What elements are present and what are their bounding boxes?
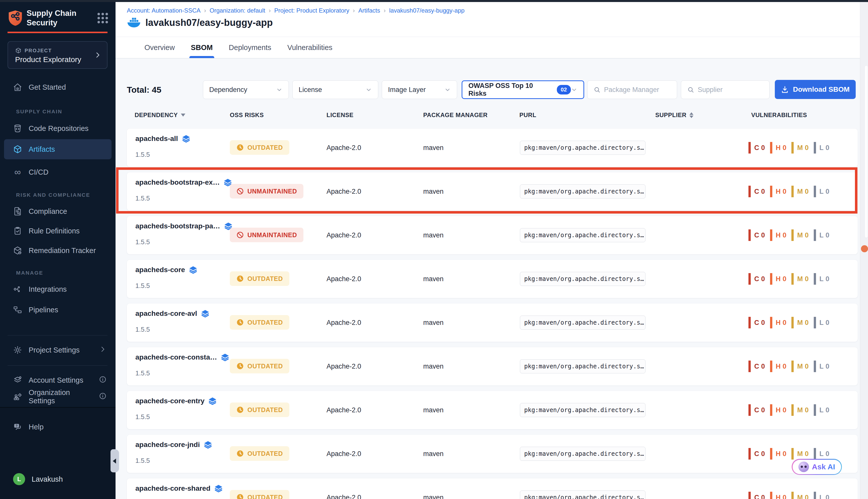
column-header-supplier[interactable]: SUPPLIER (655, 112, 693, 119)
document-search-icon (13, 207, 22, 216)
tab-overview[interactable]: Overview (145, 37, 175, 58)
risk-label: OUTDATED (247, 363, 283, 370)
sidebar-item-pipelines[interactable]: Pipelines (4, 302, 112, 318)
medium-count: M0 (791, 448, 809, 460)
column-header-license: LICENSE (326, 112, 354, 119)
dependency-row[interactable]: apacheds-bootstrap-ex… 1.5.5 UNMAINTAINE… (127, 172, 858, 210)
high-count: H0 (770, 142, 786, 154)
package-manager-search-input[interactable]: Package Manager (587, 81, 677, 99)
dependency-row[interactable]: apacheds-bootstrap-pa… 1.5.5 UNMAINTAINE… (127, 216, 858, 254)
severity-bar (791, 186, 794, 197)
purl-value: pkg:maven/org.apache.directory.s… (524, 406, 644, 414)
dependency-name: apacheds-bootstrap-pa… (135, 222, 220, 230)
dependency-version: 1.5.5 (135, 413, 150, 421)
purl-chip[interactable]: pkg:maven/org.apache.directory.s… (520, 184, 645, 198)
sidebar-item-project-settings[interactable]: Project Settings (4, 342, 112, 358)
vulnerability-counts: C0 H0 M0 L0 (748, 186, 829, 197)
purl-chip[interactable]: pkg:maven/org.apache.directory.s… (520, 272, 645, 286)
license-cell: Apache-2.0 (326, 435, 361, 473)
low-count: L0 (814, 361, 830, 372)
scrollbar-thumb[interactable] (865, 65, 868, 238)
dependency-row[interactable]: apacheds-all 1.5.5 OUTDATED Apache-2.0 m… (127, 129, 858, 167)
sidebar-item-rule-definitions[interactable]: Rule Definitions (4, 223, 112, 239)
purl-chip[interactable]: pkg:maven/org.apache.directory.s… (520, 359, 645, 373)
sidebar-item-artifacts[interactable]: Artifacts (4, 139, 112, 159)
tab-sbom[interactable]: SBOM (191, 37, 213, 58)
purl-chip[interactable]: pkg:maven/org.apache.directory.s… (520, 228, 645, 242)
severity-bar (791, 142, 794, 154)
purl-chip[interactable]: pkg:maven/org.apache.directory.s… (520, 447, 645, 461)
sidebar-item-cicd[interactable]: ∞ CI/CD (4, 164, 112, 180)
user-menu[interactable]: L Lavakush (4, 471, 112, 487)
risk-label: UNMAINTAINED (247, 231, 297, 239)
project-selector[interactable]: PROJECT Product Exploratory (8, 41, 108, 69)
sidebar-collapse-handle[interactable] (111, 449, 119, 472)
dependency-filter-select[interactable]: Dependency (203, 81, 289, 99)
purl-chip[interactable]: pkg:maven/org.apache.directory.s… (520, 403, 645, 417)
sidebar-item-get-started[interactable]: Get Started (4, 79, 112, 96)
medium-count: M0 (791, 273, 809, 285)
breadcrumb-organization[interactable]: Organization: default (210, 7, 265, 14)
sidebar-item-account-settings[interactable]: Account Settings (4, 372, 112, 388)
purl-chip[interactable]: pkg:maven/org.apache.directory.s… (520, 316, 645, 330)
purl-chip[interactable]: pkg:maven/org.apache.directory.s… (520, 141, 645, 155)
dependency-row[interactable]: apacheds-core-entry 1.5.5 OUTDATED Apach… (127, 391, 858, 429)
supplier-search-input[interactable]: Supplier (681, 81, 770, 99)
critical-count: C0 (748, 273, 765, 285)
breadcrumb-account[interactable]: Account: Automation-SSCA (127, 7, 200, 14)
high-count: H0 (770, 317, 786, 328)
severity-bar (791, 361, 794, 372)
dependency-version: 1.5.5 (135, 282, 150, 290)
sidebar-item-label: Project Settings (29, 346, 79, 354)
severity-bar (748, 229, 751, 241)
app-grid-icon[interactable] (97, 13, 108, 23)
ask-ai-button[interactable]: Ask AI (792, 459, 842, 475)
sidebar-item-integrations[interactable]: Integrations (4, 281, 112, 297)
column-header-oss-risks: OSS RISKS (230, 112, 264, 119)
divider (8, 365, 108, 366)
download-icon (781, 85, 789, 94)
sidebar-item-organization-settings[interactable]: Organization Settings (4, 388, 112, 405)
tab-vulnerabilities[interactable]: Vulnerabilities (287, 37, 332, 58)
high-count: H0 (770, 492, 786, 499)
sidebar-item-label: Integrations (29, 285, 67, 293)
owasp-risks-filter-select[interactable]: OWASP OSS Top 10 Risks 02 (462, 81, 584, 99)
critical-count: C0 (748, 317, 765, 328)
clock-icon (236, 406, 244, 414)
license-filter-select[interactable]: License (292, 81, 378, 99)
chevron-down-icon (444, 86, 451, 93)
download-sbom-button[interactable]: Download SBOM (775, 80, 856, 99)
risk-label: OUTDATED (247, 319, 283, 326)
severity-bar (791, 492, 794, 499)
pipelines-icon (13, 305, 22, 314)
sidebar-item-label: CI/CD (29, 168, 49, 177)
column-header-dependency[interactable]: DEPENDENCY (135, 112, 185, 119)
sidebar-item-help[interactable]: ? Help (4, 418, 112, 435)
sidebar-item-code-repositories[interactable]: Code Repositories (4, 120, 112, 137)
sidebar-item-remediation-tracker[interactable]: Remediation Tracker (4, 242, 112, 259)
dependency-version: 1.5.5 (135, 238, 150, 246)
license-cell: Apache-2.0 (326, 391, 361, 429)
purl-value: pkg:maven/org.apache.directory.s… (524, 363, 644, 370)
severity-bar (770, 448, 772, 460)
purl-chip[interactable]: pkg:maven/org.apache.directory.s… (520, 490, 645, 499)
help-chat-icon: ? (13, 422, 22, 431)
page-title: lavakush07/easy-buggy-app (146, 17, 273, 28)
dependency-row[interactable]: apacheds-core-jndi 1.5.5 OUTDATED Apache… (127, 435, 858, 473)
divider (8, 335, 108, 336)
tab-deployments[interactable]: Deployments (229, 37, 271, 58)
dependency-row[interactable]: apacheds-core-shared 1.5.5 OUTDATED Apac… (127, 478, 858, 499)
sidebar-item-compliance[interactable]: Compliance (4, 203, 112, 220)
severity-bar (770, 492, 772, 499)
dependency-row[interactable]: apacheds-core 1.5.5 OUTDATED Apache-2.0 … (127, 260, 858, 298)
sort-desc-icon (181, 113, 185, 117)
dependency-row[interactable]: apacheds-core-consta… 1.5.5 OUTDATED Apa… (127, 347, 858, 386)
severity-bar (814, 492, 816, 499)
image-layer-filter-select[interactable]: Image Layer (382, 81, 457, 99)
breadcrumb-artifacts[interactable]: Artifacts (358, 7, 380, 14)
chevron-right-icon (99, 345, 107, 353)
dependency-row[interactable]: apacheds-core-avl 1.5.5 OUTDATED Apache-… (127, 304, 858, 342)
breadcrumb-project[interactable]: Project: Product Exploratory (274, 7, 349, 14)
breadcrumb-artifact-name[interactable]: lavakush07/easy-buggy-app (389, 7, 464, 14)
severity-bar (814, 361, 816, 372)
